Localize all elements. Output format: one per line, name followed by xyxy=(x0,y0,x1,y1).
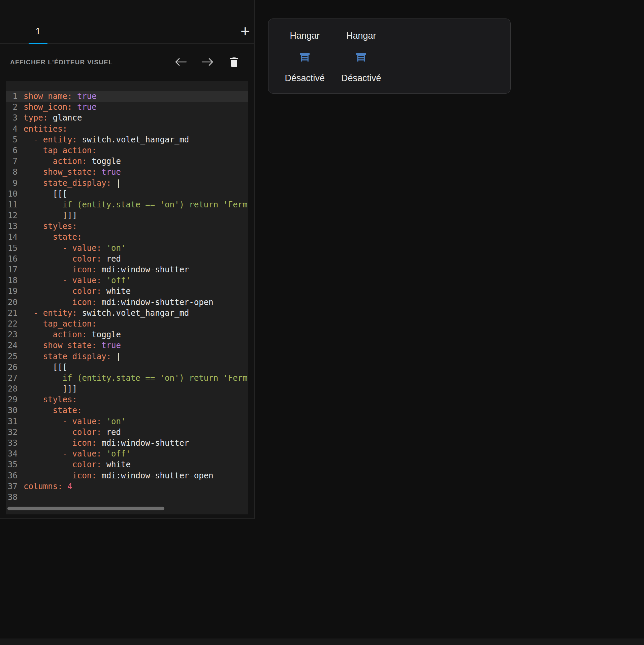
code-line-text: [[[ xyxy=(21,362,67,373)
line-number: 16 xyxy=(6,253,21,264)
code-line[interactable]: 38 xyxy=(6,492,248,503)
code-line-text: state: xyxy=(21,232,82,242)
code-line[interactable]: 31 - value: 'on' xyxy=(6,416,248,427)
entity-state: Désactivé xyxy=(285,71,325,85)
glance-entity[interactable]: HangarDésactivé xyxy=(333,29,390,85)
line-number: 15 xyxy=(6,243,21,253)
tab-label: 1 xyxy=(35,26,40,37)
code-line-text: entities: xyxy=(21,124,67,134)
code-line-text: action: toggle xyxy=(21,329,121,340)
code-line-text: columns: 4 xyxy=(21,481,72,492)
code-line[interactable]: 27 if (entity.state == 'on') return 'Fer… xyxy=(6,373,248,383)
add-card-button[interactable]: + xyxy=(237,21,253,41)
code-lines: 1show_name: true2show_icon: true3type: g… xyxy=(6,81,248,503)
code-line[interactable]: 35 color: white xyxy=(6,459,248,470)
code-line[interactable]: 12 ]]] xyxy=(6,210,248,221)
entity-name: Hangar xyxy=(290,29,320,42)
code-line[interactable]: 2show_icon: true xyxy=(6,102,248,112)
code-line[interactable]: 13 styles: xyxy=(6,221,248,232)
code-line-text: if (entity.state == 'on') return 'Ferm xyxy=(21,199,248,210)
code-line[interactable]: 10 [[[ xyxy=(6,189,248,199)
code-line[interactable]: 9 state_display: | xyxy=(6,178,248,189)
code-line-text: - value: 'on' xyxy=(21,243,126,253)
line-number: 31 xyxy=(6,416,21,427)
dialog-bottom-edge xyxy=(0,639,644,645)
line-number: 6 xyxy=(6,145,21,156)
line-number: 9 xyxy=(6,178,21,189)
line-number: 30 xyxy=(6,405,21,416)
code-line[interactable]: 5 - entity: switch.volet_hangar_md xyxy=(6,134,248,145)
line-number: 5 xyxy=(6,134,21,145)
line-number: 3 xyxy=(6,112,21,123)
line-number: 18 xyxy=(6,275,21,286)
code-line[interactable]: 25 state_display: | xyxy=(6,351,248,362)
code-line-text: [[[ xyxy=(21,189,67,199)
line-number: 23 xyxy=(6,329,21,340)
code-line[interactable]: 23 action: toggle xyxy=(6,329,248,340)
line-number: 4 xyxy=(6,124,21,134)
code-line[interactable]: 34 - value: 'off' xyxy=(6,448,248,459)
arrow-left-icon xyxy=(175,58,187,67)
undo-button[interactable] xyxy=(173,44,188,81)
code-line[interactable]: 32 color: red xyxy=(6,427,248,438)
line-number: 13 xyxy=(6,221,21,232)
code-line[interactable]: 3type: glance xyxy=(6,112,248,123)
code-line[interactable]: 7 action: toggle xyxy=(6,156,248,167)
yaml-editor-panel: 1 + AFFICHER L'ÉDITEUR VISUEL xyxy=(0,0,255,519)
code-line-text: tap_action: xyxy=(21,318,97,329)
code-line[interactable]: 36 icon: mdi:window-shutter-open xyxy=(6,470,248,481)
code-line[interactable]: 6 tap_action: xyxy=(6,145,248,156)
code-line-text: tap_action: xyxy=(21,145,97,156)
glance-entity[interactable]: HangarDésactivé xyxy=(277,29,333,85)
code-line[interactable]: 1show_name: true xyxy=(6,91,248,102)
code-line-text: show_name: true xyxy=(21,91,97,102)
code-line[interactable]: 17 icon: mdi:window-shutter xyxy=(6,264,248,275)
code-line[interactable]: 33 icon: mdi:window-shutter xyxy=(6,438,248,448)
editor-toolbar: AFFICHER L'ÉDITEUR VISUEL xyxy=(0,44,254,81)
line-number: 17 xyxy=(6,264,21,275)
code-line-text: color: white xyxy=(21,286,131,297)
line-number: 32 xyxy=(6,427,21,438)
code-line[interactable]: 16 color: red xyxy=(6,253,248,264)
line-number: 8 xyxy=(6,167,21,177)
code-line[interactable]: 22 tap_action: xyxy=(6,318,248,329)
code-line-text xyxy=(21,492,24,503)
code-line-text: show_icon: true xyxy=(21,102,97,112)
window-shutter-icon xyxy=(355,50,367,64)
code-line[interactable]: 24 show_state: true xyxy=(6,340,248,351)
code-line[interactable]: 21 - entity: switch.volet_hangar_md xyxy=(6,308,248,318)
code-line[interactable]: 29 styles: xyxy=(6,394,248,405)
tab-card-1[interactable]: 1 xyxy=(19,19,57,44)
code-line[interactable]: 14 state: xyxy=(6,232,248,242)
code-line[interactable]: 30 state: xyxy=(6,405,248,416)
line-number: 14 xyxy=(6,232,21,242)
code-line[interactable]: 37columns: 4 xyxy=(6,481,248,492)
code-line[interactable]: 26 [[[ xyxy=(6,362,248,373)
code-line[interactable]: 4entities: xyxy=(6,124,248,134)
code-line[interactable]: 19 color: white xyxy=(6,286,248,297)
code-line-text: state: xyxy=(21,405,82,416)
delete-card-button[interactable] xyxy=(227,44,242,81)
line-number: 33 xyxy=(6,438,21,448)
entity-name: Hangar xyxy=(346,29,376,42)
line-number: 28 xyxy=(6,383,21,394)
line-number: 21 xyxy=(6,308,21,318)
line-number: 2 xyxy=(6,102,21,112)
yaml-code-editor[interactable]: 1show_name: true2show_icon: true3type: g… xyxy=(6,81,248,514)
line-number: 12 xyxy=(6,210,21,221)
redo-button[interactable] xyxy=(200,44,215,81)
code-line-text: - value: 'off' xyxy=(21,448,131,459)
code-line-text: - entity: switch.volet_hangar_md xyxy=(21,308,189,318)
code-line[interactable]: 8 show_state: true xyxy=(6,167,248,177)
code-line[interactable]: 20 icon: mdi:window-shutter-open xyxy=(6,297,248,308)
horizontal-scrollbar[interactable] xyxy=(7,507,164,510)
show-visual-editor-link[interactable]: AFFICHER L'ÉDITEUR VISUEL xyxy=(10,44,113,81)
code-line-text: type: glance xyxy=(21,112,82,123)
code-line-text: icon: mdi:window-shutter-open xyxy=(21,470,214,481)
line-number: 19 xyxy=(6,286,21,297)
line-number: 27 xyxy=(6,373,21,383)
code-line[interactable]: 11 if (entity.state == 'on') return 'Fer… xyxy=(6,199,248,210)
code-line[interactable]: 18 - value: 'off' xyxy=(6,275,248,286)
code-line[interactable]: 28 ]]] xyxy=(6,383,248,394)
code-line[interactable]: 15 - value: 'on' xyxy=(6,243,248,253)
